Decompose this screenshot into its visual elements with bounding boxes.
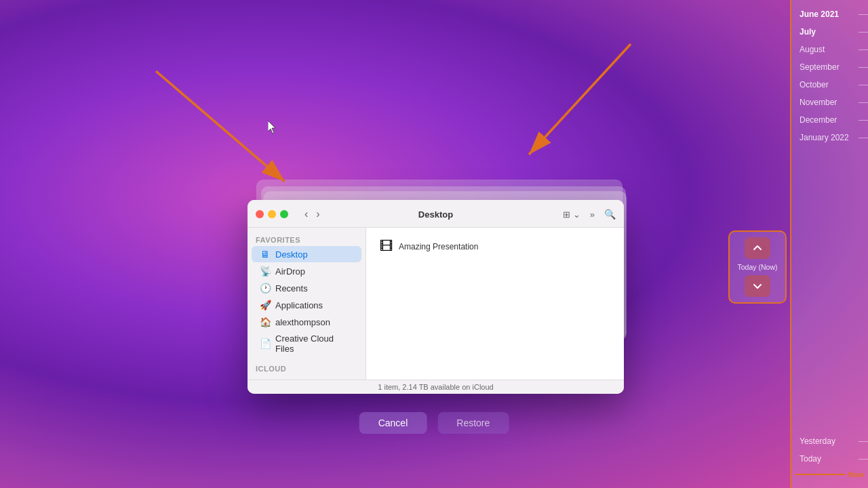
timeline-item-jan2022[interactable]: January 2022: [791, 129, 868, 146]
timeline-label-september: September: [800, 62, 840, 72]
sidebar-applications-label: Applications: [275, 300, 323, 310]
timeline-label-december: December: [800, 115, 837, 125]
finder-titlebar: ‹ › Desktop ⊞ ⌄ » 🔍: [248, 200, 624, 228]
timeline-tick: [859, 14, 868, 15]
file-name: Amazing Presentation: [399, 242, 478, 251]
sidebar-cc-label: Creative Cloud Files: [275, 333, 353, 354]
finder-statusbar: 1 item, 2.14 TB available on iCloud: [248, 380, 624, 394]
timeline-item-december[interactable]: December: [791, 111, 868, 129]
finder-window: ‹ › Desktop ⊞ ⌄ » 🔍 Favorites 🖥 Desktop …: [248, 200, 624, 394]
icloud-label: iCloud: [248, 362, 366, 374]
minimize-button[interactable]: [268, 210, 276, 218]
recents-icon: 🕐: [260, 283, 271, 293]
chevron-down-icon: [753, 281, 762, 291]
home-icon: 🏠: [260, 317, 271, 327]
close-button[interactable]: [256, 210, 264, 218]
timeline-tick: [859, 49, 868, 50]
presentation-file-icon: 🎞: [380, 239, 393, 254]
timeline-tick: [859, 441, 868, 442]
maximize-button[interactable]: [280, 210, 288, 218]
nav-buttons: ‹ ›: [302, 207, 323, 222]
timeline-tick: [859, 459, 868, 460]
forward-button[interactable]: ›: [313, 207, 322, 222]
today-now-label: Today (Now): [738, 263, 778, 271]
now-label: Now: [848, 470, 864, 479]
timeline-label-november: November: [800, 98, 837, 107]
sidebar-item-desktop[interactable]: 🖥 Desktop: [252, 246, 361, 262]
search-icon[interactable]: 🔍: [604, 209, 616, 220]
timeline-label-october: October: [800, 80, 829, 89]
sidebar-recents-label: Recents: [275, 283, 308, 293]
timeline-panel: June 2021 July August September October …: [790, 0, 868, 488]
titlebar-actions: ⊞ ⌄ » 🔍: [563, 209, 616, 220]
timeline-tick: [859, 85, 868, 85]
airdrop-icon: 📡: [260, 266, 271, 277]
sidebar-item-applications[interactable]: 🚀 Applications: [252, 297, 361, 313]
timeline-item-today[interactable]: Today: [791, 450, 868, 468]
finder-body: Favorites 🖥 Desktop 📡 AirDrop 🕐 Recents …: [248, 228, 624, 380]
applications-icon: 🚀: [260, 300, 271, 310]
sidebar-item-creative-cloud[interactable]: 📄 Creative Cloud Files: [252, 331, 361, 357]
now-line: [795, 474, 846, 475]
timeline-item-july[interactable]: July: [791, 23, 868, 41]
favorites-label: Favorites: [248, 233, 366, 245]
finder-content: 🎞 Amazing Presentation: [366, 228, 624, 380]
timeline-item-november[interactable]: November: [791, 94, 868, 111]
bottom-buttons: Cancel Restore: [359, 412, 509, 434]
traffic-lights: [256, 210, 288, 218]
sidebar-home-label: alexthompson: [275, 317, 330, 327]
timeline-label-jan2022: January 2022: [800, 133, 849, 142]
cancel-button[interactable]: Cancel: [359, 412, 427, 434]
chevron-up-icon: [753, 243, 762, 253]
sidebar-item-home[interactable]: 🏠 alexthompson: [252, 314, 361, 330]
timeline-label-today: Today: [800, 454, 821, 464]
sidebar-item-recents[interactable]: 🕐 Recents: [252, 280, 361, 296]
prev-btn[interactable]: [745, 237, 770, 259]
timeline-label-july: July: [800, 27, 816, 37]
timeline-label-yesterday: Yesterday: [800, 436, 835, 446]
restore-button[interactable]: Restore: [437, 412, 509, 434]
status-text: 1 item, 2.14 TB available on iCloud: [378, 383, 493, 391]
sidebar-item-airdrop[interactable]: 📡 AirDrop: [252, 263, 361, 279]
file-item-presentation[interactable]: 🎞 Amazing Presentation: [374, 236, 616, 257]
sidebar: Favorites 🖥 Desktop 📡 AirDrop 🕐 Recents …: [248, 228, 366, 380]
back-button[interactable]: ‹: [302, 207, 311, 222]
desktop-icon: 🖥: [260, 249, 271, 260]
today-now-box: Today (Now): [728, 230, 787, 304]
timeline-tick: [859, 67, 868, 68]
timeline-tick: [859, 120, 868, 121]
timeline-item-september[interactable]: September: [791, 58, 868, 76]
more-actions-icon[interactable]: »: [590, 209, 595, 220]
creative-cloud-icon: 📄: [260, 338, 271, 349]
view-toggle-icon[interactable]: ⊞ ⌄: [563, 209, 580, 220]
sidebar-airdrop-label: AirDrop: [275, 266, 305, 277]
window-title: Desktop: [418, 209, 453, 220]
timeline-item-june2021[interactable]: June 2021: [791, 5, 868, 23]
timeline-tick: [859, 138, 868, 138]
sidebar-desktop-label: Desktop: [275, 249, 308, 260]
timeline-label-june2021: June 2021: [800, 9, 839, 19]
timeline-tick: [859, 32, 868, 33]
next-btn[interactable]: [745, 275, 770, 297]
timeline-label-august: August: [800, 45, 825, 54]
timeline-item-august[interactable]: August: [791, 41, 868, 58]
timeline-item-october[interactable]: October: [791, 76, 868, 94]
timeline-item-yesterday[interactable]: Yesterday: [791, 432, 868, 450]
timeline-tick: [859, 102, 868, 103]
